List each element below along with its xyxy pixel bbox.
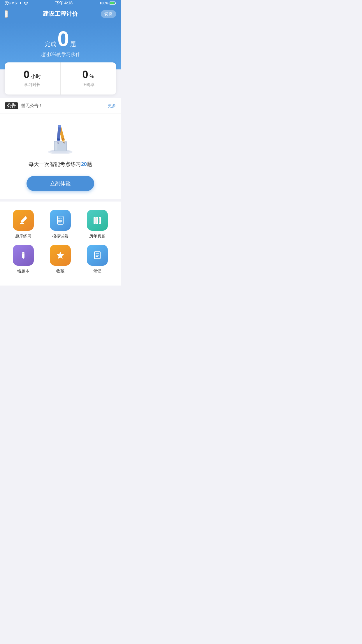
back-button[interactable]: ‹	[5, 10, 8, 18]
svg-rect-28	[96, 218, 97, 223]
stat-accuracy: 0 % 正确率	[61, 62, 116, 94]
completed-count: 0	[57, 27, 69, 50]
svg-rect-18	[20, 223, 24, 224]
completed-prefix: 完成	[45, 41, 56, 47]
practice-label: 题库练习	[15, 234, 31, 239]
svg-rect-29	[99, 218, 100, 223]
svg-rect-7	[55, 142, 57, 150]
battery-percent: 100%	[99, 1, 108, 5]
pencil-cup-svg	[43, 123, 78, 155]
grid-row-1: 题库练习 test 模拟试卷	[5, 210, 116, 239]
announcement-badge: 公告	[5, 102, 18, 109]
status-time: 下午 4:18	[55, 1, 73, 6]
wifi-icon	[24, 1, 28, 5]
notes-icon	[92, 250, 103, 260]
test-icon: test	[55, 215, 66, 225]
battery-icon	[110, 1, 116, 5]
notes-icon-bg	[87, 245, 108, 266]
practice-section: 每天一次智能考点练习20题 立刻体验	[0, 113, 121, 202]
svg-rect-33	[22, 253, 24, 254]
grid-item-history[interactable]: 历年真题	[86, 210, 109, 239]
favorites-icon-bg	[50, 245, 71, 266]
svg-rect-1	[115, 3, 116, 4]
svg-text:test: test	[58, 217, 63, 220]
status-right: 100%	[99, 1, 116, 5]
study-time-unit: 小时	[31, 74, 41, 79]
mistakes-icon-bg	[13, 245, 34, 266]
grid-item-practice[interactable]: 题库练习	[12, 210, 35, 239]
practice-illustration	[43, 123, 78, 155]
study-time-label: 学习时长	[9, 82, 56, 88]
announcement-text: 暂无公告！	[21, 103, 108, 108]
try-now-button[interactable]: 立刻体验	[27, 176, 94, 191]
star-icon	[55, 250, 66, 260]
grid-item-mock[interactable]: test 模拟试卷	[49, 210, 72, 239]
grid-item-mistakes[interactable]: 错题本	[12, 245, 35, 274]
page-title: 建设工程计价	[43, 10, 78, 18]
grid-item-favorites[interactable]: 收藏	[49, 245, 72, 274]
hero-completed-row: 完成 0 题	[5, 28, 116, 49]
status-left: 无SIM卡 ✦	[5, 1, 28, 6]
bottom-grid: 题库练习 test 模拟试卷	[0, 202, 121, 286]
accuracy-unit: %	[89, 74, 94, 79]
completed-suffix: 题	[70, 41, 76, 47]
sim-label: 无SIM卡 ✦	[5, 1, 22, 6]
notes-label: 笔记	[93, 269, 101, 274]
stat-study-time: 0 小时 学习时长	[5, 62, 61, 94]
switch-button[interactable]: 切换	[101, 10, 116, 18]
status-bar: 无SIM卡 ✦ 下午 4:18 100%	[0, 0, 121, 6]
pen-icon	[18, 250, 29, 260]
practice-icon	[13, 210, 34, 231]
books-icon	[92, 215, 103, 225]
svg-rect-14	[58, 125, 61, 128]
stats-card: 0 小时 学习时长 0 % 正确率	[5, 62, 116, 94]
svg-marker-32	[22, 258, 24, 259]
grid-item-notes[interactable]: 笔记	[86, 245, 109, 274]
svg-rect-2	[110, 2, 114, 4]
history-label: 历年真题	[89, 234, 106, 239]
announcement-bar: 公告 暂无公告！ 更多	[0, 98, 121, 113]
mistakes-label: 错题本	[17, 269, 29, 274]
study-time-value-row: 0 小时	[9, 69, 56, 80]
header: ‹ 建设工程计价 切换	[0, 6, 121, 22]
mock-icon-bg: test	[50, 210, 71, 231]
practice-count: 20	[81, 161, 87, 167]
mock-label: 模拟试卷	[52, 234, 68, 239]
history-icon-bg	[87, 210, 108, 231]
grid-row-2: 错题本 收藏 笔记	[5, 245, 116, 274]
study-time-value: 0	[24, 69, 29, 80]
edit-icon	[18, 215, 29, 225]
accuracy-value-row: 0 %	[65, 69, 112, 80]
accuracy-value: 0	[82, 69, 88, 80]
announcement-more-button[interactable]: 更多	[108, 103, 116, 108]
favorites-label: 收藏	[56, 269, 64, 274]
accuracy-label: 正确率	[65, 82, 112, 88]
svg-rect-27	[94, 218, 94, 223]
practice-description: 每天一次智能考点练习20题	[5, 161, 116, 168]
hero-subtitle: 超过0%的学习伙伴	[5, 52, 116, 58]
svg-marker-34	[57, 252, 64, 259]
